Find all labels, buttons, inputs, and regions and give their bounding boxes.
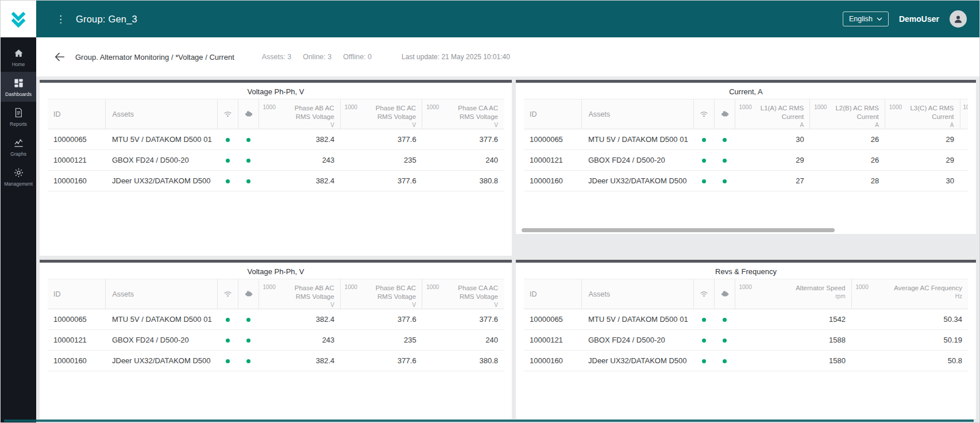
language-select[interactable]: English <box>843 11 889 26</box>
column-unit: rpm <box>735 293 846 299</box>
column-unit: A <box>735 122 804 128</box>
value-cell: 243 <box>258 330 340 351</box>
column-header-assets: Assets <box>105 279 217 309</box>
asset-id: 10000121 <box>524 330 581 351</box>
status-running <box>714 171 735 191</box>
value-cell: 380.8 <box>422 351 504 371</box>
column-header-value: 1000L2(B) AC RMS CurrentA <box>810 99 885 129</box>
column-header-id: ID <box>524 279 581 309</box>
status-dot-green <box>246 138 250 142</box>
column-limit: 1000 <box>739 284 752 290</box>
sidebar-item-label: Reports <box>10 121 27 127</box>
breadcrumb: Group. Alternator Monitoring / *Voltage … <box>75 53 234 61</box>
column-name: Phase BC AC RMS Voltage <box>365 104 416 121</box>
status-dot-green <box>723 359 727 363</box>
column-name: Alternator Speed <box>759 284 846 293</box>
bottom-scrollbar[interactable] <box>4 420 974 422</box>
asset-row[interactable]: 10000121GBOX FD24 / D500-20292629 <box>524 150 968 171</box>
value-cell: 382.4 <box>258 129 340 150</box>
user-icon <box>953 14 963 24</box>
sidebar-item-home[interactable]: Home <box>1 42 36 72</box>
app-logo[interactable] <box>1 1 36 37</box>
column-limit: 1000 <box>263 284 276 290</box>
status-online <box>693 129 714 150</box>
wifi-icon <box>700 289 708 299</box>
column-unit: V <box>422 122 498 128</box>
asset-row[interactable]: 10000065MTU 5V / DATAKOM D500 01154250.3… <box>524 309 968 330</box>
header-right-group: English DemoUser <box>843 10 967 28</box>
status-dot-green <box>226 179 230 183</box>
column-name: L2(B) AC RMS Current <box>834 104 879 121</box>
asset-row[interactable]: 10000160JDeer UX32/DATAKOM D500382.4377.… <box>48 171 504 191</box>
value-cell: 26 <box>810 129 885 150</box>
value-cell: 382.4 <box>258 309 340 330</box>
column-name: Phase AB AC RMS Voltage <box>283 284 334 301</box>
asset-name: MTU 5V / DATAKOM D500 01 <box>105 129 217 150</box>
column-header-connectivity <box>217 279 238 309</box>
column-name: Average AC Frequency <box>876 284 963 293</box>
sidebar-item-reports[interactable]: Reports <box>1 102 36 132</box>
kebab-menu-icon[interactable]: ⋮ <box>56 14 65 24</box>
value-cell: 26 <box>810 150 885 171</box>
value-cell: 235 <box>340 330 422 351</box>
asset-row[interactable]: 10000065MTU 5V / DATAKOM D500 01382.4377… <box>48 129 504 150</box>
asset-table: IDAssets1000L1(A) AC RMS CurrentA1000L2(… <box>524 99 968 191</box>
sidebar-item-graphs[interactable]: Graphs <box>1 132 36 161</box>
dashboard-panel-1: Voltage Ph-Ph, V IDAssets1000Phase AB AC… <box>40 80 512 256</box>
asset-id: 10000121 <box>48 330 105 351</box>
sidebar-item-dashboards[interactable]: Dashboards <box>1 72 36 102</box>
column-limit: 1000 <box>426 284 439 290</box>
asset-row[interactable]: 10000121GBOX FD24 / D500-20243235240 <box>48 150 504 171</box>
wifi-icon <box>700 109 708 119</box>
column-header-engine <box>714 279 735 309</box>
value-cell: 377.6 <box>340 171 422 191</box>
status-dot-green <box>723 179 727 183</box>
table-header-row: IDAssets1000Alternator Speedrpm1000Avera… <box>524 279 968 309</box>
asset-row[interactable]: 10000065MTU 5V / DATAKOM D500 01382.4377… <box>48 309 504 330</box>
asset-row[interactable]: 10000160JDeer UX32/DATAKOM D500158050.8 <box>524 351 968 371</box>
value-cell: 380.8 <box>422 171 504 191</box>
asset-id: 10000160 <box>524 351 581 371</box>
sidebar-item-management[interactable]: Management <box>1 161 36 191</box>
asset-name: GBOX FD24 / D500-20 <box>581 330 693 351</box>
column-name: Phase AB AC RMS Voltage <box>283 104 334 121</box>
asset-row[interactable]: 10000160JDeer UX32/DATAKOM D500272830 <box>524 171 968 191</box>
asset-id: 10000160 <box>48 351 105 371</box>
column-header-assets: Assets <box>105 99 217 129</box>
column-header-value: 1000Phase CA AC RMS VoltageV <box>422 99 504 129</box>
app-window: Home Dashboards Reports Graphs Managemen… <box>0 0 980 423</box>
status-online <box>693 330 714 351</box>
asset-id: 10000065 <box>524 129 581 150</box>
status-dot-green <box>702 359 706 363</box>
table-header-row: IDAssets1000L1(A) AC RMS CurrentA1000L2(… <box>524 99 968 129</box>
engine-icon <box>244 289 253 299</box>
status-dot-green <box>723 138 727 142</box>
value-cell: 28 <box>810 171 885 191</box>
asset-row[interactable]: 10000065MTU 5V / DATAKOM D500 01302629 <box>524 129 968 150</box>
column-header-engine <box>714 99 735 129</box>
horizontal-scrollbar[interactable] <box>522 228 835 232</box>
asset-row[interactable]: 10000160JDeer UX32/DATAKOM D500382.4377.… <box>48 351 504 371</box>
sidebar: Home Dashboards Reports Graphs Managemen… <box>1 1 36 422</box>
asset-row[interactable]: 10000121GBOX FD24 / D500-20243235240 <box>48 330 504 351</box>
status-online <box>217 351 238 371</box>
back-button[interactable] <box>52 49 67 64</box>
status-dot-green <box>226 159 230 163</box>
column-limit: 1000 <box>263 104 276 110</box>
column-unit: V <box>341 122 416 128</box>
status-running <box>238 351 258 371</box>
panel-title: Current, A <box>516 83 976 99</box>
asset-name: JDeer UX32/DATAKOM D500 <box>105 171 217 191</box>
column-limit: 1000 <box>739 104 752 110</box>
value-cell: 1588 <box>735 330 851 351</box>
main-area: ⋮ Group: Gen_3 English DemoUser <box>36 1 979 422</box>
dashboards-icon <box>13 77 24 89</box>
asset-id: 10000121 <box>48 150 105 171</box>
reports-icon <box>13 107 24 118</box>
avatar[interactable] <box>950 10 967 28</box>
column-limit: 1000 <box>345 104 357 110</box>
status-dot-green <box>702 159 706 163</box>
asset-row[interactable]: 10000121GBOX FD24 / D500-20158850.19 <box>524 330 968 351</box>
table-header-row: IDAssets1000Phase AB AC RMS VoltageV1000… <box>48 99 504 129</box>
status-dot-green <box>702 179 706 183</box>
